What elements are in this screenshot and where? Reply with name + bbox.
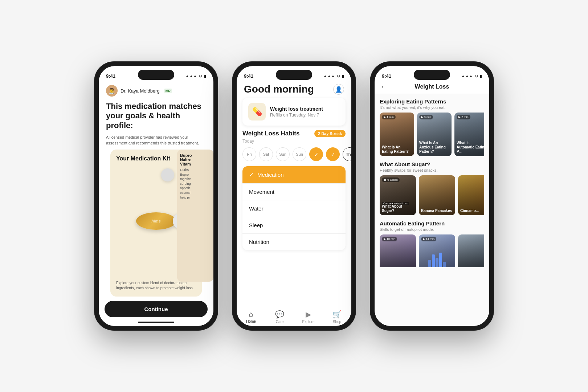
- battery-icon-3: ▮: [480, 74, 482, 78]
- med-description: Explore your custom blend of doctor-trus…: [116, 281, 196, 291]
- back-button[interactable]: ←: [380, 83, 387, 91]
- phone-1: 9:41 ▲▲▲ ⊙ ▮ 👨‍⚕ Dr. Kaya Moidberg MD Th…: [94, 62, 218, 330]
- day-sun1: Sun: [276, 147, 290, 161]
- habits-section: Weight Loss Habits 2 Day Streak Today Fr…: [237, 130, 351, 304]
- habit-medication[interactable]: ✓ Medication: [242, 166, 346, 184]
- nav-explore-label: Explore: [302, 320, 315, 324]
- card-label-3: What Is Automatic Eating P...: [457, 141, 484, 154]
- dynamic-island-2: [276, 70, 312, 80]
- habit-medication-label: Medication: [257, 172, 284, 178]
- card-auto-1[interactable]: ▶ 10 min: [380, 234, 416, 274]
- nav-home[interactable]: ⌂ Home: [237, 310, 265, 324]
- card-sugar-1[interactable]: ▣ 9 Slides Course • Weight Loss What Abo…: [380, 175, 416, 215]
- pill-label: hims: [151, 219, 161, 223]
- time-1: 9:41: [106, 73, 115, 79]
- section-sugar: What About Sugar? Healthy swaps for swee…: [380, 161, 484, 215]
- card-time-auto-1: ▶ 10 min: [382, 237, 397, 241]
- habits-list: ✓ Medication Movement Water Sleep Nutrit…: [242, 166, 346, 250]
- status-icons-1: ▲▲▲ ⊙ ▮: [185, 74, 206, 78]
- wifi-icon: ⊙: [199, 74, 202, 78]
- streak-badge: 2 Day Streak: [314, 130, 346, 137]
- avatar: 👨‍⚕: [106, 85, 118, 97]
- habits-header: Weight Loss Habits 2 Day Streak: [242, 130, 346, 137]
- dynamic-island-3: [414, 70, 450, 80]
- eating-cards-row: ▶ 1 min What Is An Eating Pattern? ▶ 3 m…: [380, 113, 484, 156]
- card-eating-2[interactable]: ▶ 3 min What Is An Anxious Eating Patter…: [417, 113, 452, 156]
- doctor-header: 👨‍⚕ Dr. Kaya Moidberg MD: [99, 82, 213, 100]
- sugar-cards-row: ▣ 9 Slides Course • Weight Loss What Abo…: [380, 175, 484, 215]
- section-auto-title: Automatic Eating Pattern: [380, 220, 484, 226]
- habits-title: Weight Loss Habits: [242, 130, 299, 137]
- day-thu: Thu: [343, 147, 351, 161]
- card-label-sugar-2: Banana Pancakes: [421, 209, 452, 213]
- habit-water-label: Water: [249, 205, 263, 212]
- nav-explore[interactable]: ▶ Explore: [294, 310, 323, 324]
- status-bar-3: 9:41 ▲▲▲ ⊙ ▮: [375, 66, 489, 82]
- side-card-title: BuproNaltreVitam: [180, 153, 211, 166]
- day-check1: ✓: [309, 147, 323, 161]
- card-time-1: ▶ 1 min: [382, 115, 396, 119]
- card-auto-3[interactable]: [458, 234, 484, 274]
- card-sugar-3[interactable]: Cinnamo...: [458, 175, 484, 215]
- status-icons-3: ▲▲▲ ⊙ ▮: [461, 74, 482, 78]
- treatment-name: Weight loss treatment: [270, 106, 323, 112]
- nav-shop-label: Shop: [333, 320, 341, 324]
- signal-icon: ▲▲▲: [185, 74, 197, 78]
- habit-movement[interactable]: Movement: [242, 184, 346, 200]
- day-row: Fri Sat Sun Sun ✓ ✓ Thu: [242, 147, 346, 161]
- continue-button[interactable]: Continue: [105, 301, 208, 317]
- habit-sleep[interactable]: Sleep: [242, 217, 346, 234]
- section-sugar-title: What About Sugar?: [380, 161, 484, 167]
- section-eating-patterns: Exploring Eating Patterns It's not what …: [380, 98, 484, 156]
- nav-home-label: Home: [246, 319, 256, 323]
- user-icon[interactable]: 👤: [333, 84, 344, 95]
- status-bar-1: 9:41 ▲▲▲ ⊙ ▮: [99, 66, 213, 82]
- nav-care[interactable]: 💬 Care: [265, 310, 294, 324]
- habit-water[interactable]: Water: [242, 200, 346, 217]
- nav-title: Weight Loss: [415, 83, 449, 90]
- card-auto-2[interactable]: ▶ 14 min: [419, 234, 455, 274]
- section-automatic: Automatic Eating Pattern Skills to get o…: [380, 220, 484, 274]
- treatment-icon: 💊: [248, 103, 266, 121]
- dynamic-island-1: [138, 70, 174, 80]
- phone-2: 9:41 ▲▲▲ ⊙ ▮ Good morning 👤 💊 Weight los…: [232, 62, 356, 330]
- habit-nutrition[interactable]: Nutrition: [242, 234, 346, 250]
- card-label-1: What Is An Eating Pattern?: [382, 145, 412, 154]
- md-badge: MD: [164, 89, 172, 93]
- card-eating-3[interactable]: ▶ 2 min What Is Automatic Eating P...: [454, 113, 484, 156]
- battery-icon: ▮: [204, 74, 206, 78]
- card-label-sugar-3: Cinnamo...: [460, 209, 479, 213]
- wifi-icon-2: ⊙: [337, 74, 340, 78]
- greeting-title: Good morning: [244, 83, 314, 95]
- card-eating-1[interactable]: ▶ 1 min What Is An Eating Pattern?: [380, 113, 414, 156]
- treatment-card[interactable]: 💊 Weight loss treatment Refills on Tuesd…: [242, 98, 346, 126]
- card-label-sugar-1: What About Sugar?: [382, 204, 414, 213]
- care-icon: 💬: [275, 310, 284, 319]
- nav-care-label: Care: [276, 320, 284, 324]
- habits-subtitle: Today: [242, 139, 346, 144]
- time-3: 9:41: [382, 73, 391, 79]
- doctor-name: Dr. Kaya Moidberg: [121, 88, 160, 94]
- section-auto-sub: Skills to get off autopilot mode.: [380, 227, 484, 232]
- day-fri: Fri: [242, 147, 256, 161]
- section-sugar-sub: Healthy swaps for sweet snacks.: [380, 168, 484, 172]
- habit-nutrition-label: Nutrition: [249, 239, 269, 245]
- nav-shop[interactable]: 🛒 Shop: [323, 310, 351, 324]
- explore-icon: ▶: [306, 310, 311, 319]
- bottom-nav: ⌂ Home 💬 Care ▶ Explore 🛒 Shop: [237, 307, 351, 326]
- card-time-auto-2: ▶ 14 min: [421, 237, 436, 241]
- battery-icon-2: ▮: [342, 74, 344, 78]
- greeting-header: Good morning 👤: [237, 82, 351, 98]
- section-eating-sub: It's not what you eat, it's why you eat.: [380, 105, 484, 110]
- check-icon: ✓: [249, 171, 254, 178]
- card-time-2: ▶ 3 min: [419, 115, 433, 119]
- phone3-nav-header: ← Weight Loss: [375, 82, 489, 94]
- treatment-refill: Refills on Tuesday, Nov 7: [270, 113, 323, 118]
- signal-icon-3: ▲▲▲: [461, 74, 473, 78]
- status-bar-2: 9:41 ▲▲▲ ⊙ ▮: [237, 66, 351, 82]
- day-sat: Sat: [259, 147, 273, 161]
- subtext: A licensed medical provider has reviewed…: [99, 135, 213, 150]
- wifi-icon-3: ⊙: [475, 74, 478, 78]
- headline-section: This medication matches your goals & hea…: [99, 100, 213, 135]
- card-sugar-2[interactable]: Banana Pancakes: [419, 175, 455, 215]
